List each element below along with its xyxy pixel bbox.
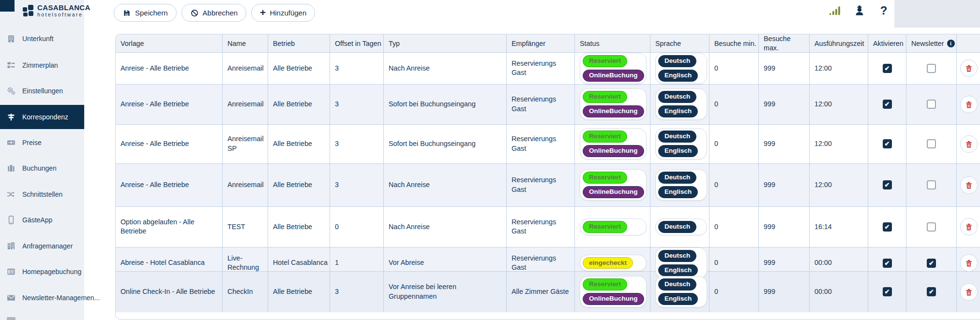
receptionist-account-icon[interactable] — [853, 4, 866, 17]
newsletter-checkbox[interactable] — [927, 180, 936, 189]
aktivieren-checkbox[interactable]: ✔ — [883, 222, 892, 232]
table-header-row: VorlageNameBetriebOffset in TagenTypEmpf… — [116, 34, 980, 52]
sprache: DeutschEnglisch — [650, 272, 709, 312]
chip-reserviert: Reserviert — [583, 278, 627, 291]
newsletter-checkbox[interactable] — [927, 100, 936, 109]
empfaenger: Reservierungs Gast — [507, 85, 575, 124]
sidebar-item-anfragemanager[interactable]: Anfragemanager — [0, 234, 84, 258]
delete-row-button[interactable] — [960, 218, 978, 235]
typ-value: Sofort bei Buchungseingang — [389, 139, 476, 148]
delete-row-button[interactable] — [960, 59, 978, 77]
aktivieren-checkbox[interactable]: ✔ — [883, 139, 892, 148]
sprache-select[interactable]: Deutsch — [655, 218, 707, 235]
chip-englisch: Englisch — [658, 145, 698, 157]
newsletter-checkbox[interactable] — [927, 139, 936, 148]
betrieb-value: Alle Betriebe — [273, 139, 312, 148]
sidebar-item-korrespondenz[interactable]: Korrespondenz — [0, 105, 84, 129]
besuche-max: 999 — [759, 207, 810, 247]
offset-in-tagen: 3 — [330, 272, 384, 312]
status-select[interactable]: Reserviert — [580, 218, 647, 235]
besuche-min-value: 0 — [714, 139, 718, 148]
sidebar-item-g-steapp[interactable]: GästeApp — [0, 208, 84, 232]
status-select[interactable]: ReserviertOnlineBuchung — [580, 128, 647, 160]
empfaenger-value: Alle Zimmer Gäste — [512, 287, 569, 296]
chip-englisch: Englisch — [658, 186, 698, 198]
sprache-select[interactable]: DeutschEnglisch — [655, 88, 707, 120]
aktivieren-cell: ✔ — [868, 125, 906, 163]
sidebar-item-zimmerplan[interactable]: Zimmerplan — [0, 53, 84, 77]
save-button-label: Speichern — [135, 9, 168, 17]
newsletter-info-icon[interactable]: i — [947, 40, 955, 47]
sidebar-item-einstellungen[interactable]: Einstellungen — [0, 79, 84, 103]
vorlage: Option abgelaufen - Alle Betriebe — [116, 207, 223, 247]
sprache-select[interactable]: DeutschEnglisch — [655, 128, 707, 160]
sidebar-item-newsletter-managemen[interactable]: Newsletter-Managemen... — [0, 286, 84, 310]
help-icon[interactable]: ? — [877, 4, 890, 17]
status-select[interactable]: eingecheckt — [580, 255, 647, 272]
sprache-select[interactable]: DeutschEnglisch — [655, 169, 707, 201]
aktivieren-checkbox[interactable]: ✔ — [883, 259, 892, 268]
vorlage: Anreise - Alle Betriebe — [116, 85, 223, 124]
column-header-besuche-max: Besuche max. — [759, 34, 810, 53]
corner-menu-accent[interactable] — [0, 0, 15, 12]
name-value: TEST — [227, 222, 245, 232]
sidebar-item-unterkunft[interactable]: Unterkunft — [0, 27, 84, 51]
sidebar-item-label: Zimmerplan — [22, 61, 58, 69]
status-select[interactable]: ReserviertOnlineBuchung — [580, 88, 647, 120]
betrieb-value: Alle Betriebe — [273, 287, 312, 296]
aktivieren-cell: ✔ — [868, 164, 906, 206]
add-button[interactable]: + Hinzufügen — [251, 4, 315, 22]
status-select[interactable]: ReserviertOnlineBuchung — [580, 276, 647, 307]
column-header-label: Status — [580, 39, 600, 48]
cancel-button[interactable]: Abbrechen — [181, 4, 247, 22]
delete-row-button[interactable] — [960, 135, 978, 153]
offset-in-tagen-value: 0 — [335, 222, 339, 232]
newsletter-checkbox[interactable] — [927, 222, 936, 232]
delete-row-button[interactable] — [960, 96, 978, 113]
column-header-label: Empfänger — [512, 39, 545, 48]
vorlage: Anreise - Alle Betriebe — [116, 125, 223, 163]
newsletter-checkbox[interactable]: ✔ — [927, 259, 936, 268]
gears-icon — [6, 86, 16, 96]
statistics-bar-chart-icon[interactable] — [829, 4, 842, 17]
empfaenger: Alle Zimmer Gäste — [507, 272, 575, 312]
aktivieren-checkbox[interactable]: ✔ — [883, 180, 892, 189]
status-select[interactable]: ReserviertOnlineBuchung — [580, 53, 647, 84]
smartphone-icon — [6, 215, 16, 225]
aktivieren-checkbox[interactable]: ✔ — [883, 100, 892, 109]
status: ReserviertOnlineBuchung — [575, 164, 650, 206]
trash-icon — [964, 63, 974, 73]
typ: Vor Anreise bei leeren Gruppennamen — [384, 272, 507, 312]
status: ReserviertOnlineBuchung — [575, 53, 650, 84]
empfaenger: Reservierungs Gast — [507, 53, 575, 84]
offset-in-tagen: 3 — [330, 85, 384, 124]
sidebar-item-preise[interactable]: Preise — [0, 131, 84, 155]
newsletter-checkbox[interactable]: ✔ — [927, 287, 936, 296]
besuche-min: 0 — [709, 85, 759, 124]
status-select[interactable]: ReserviertOnlineBuchung — [580, 169, 647, 201]
delete-row-button[interactable] — [960, 176, 978, 194]
sprache-select[interactable]: DeutschEnglisch — [655, 53, 707, 84]
sidebar-item-buchungen[interactable]: Buchungen — [0, 156, 84, 180]
aktivieren-checkbox[interactable]: ✔ — [883, 287, 892, 296]
status: ReserviertOnlineBuchung — [575, 85, 650, 124]
delete-row-button[interactable] — [960, 254, 978, 272]
besuche-min: 0 — [709, 164, 759, 206]
vorlage: Online Check-In - Alle Betriebe — [116, 272, 223, 312]
column-header-ausf-hrungszeit: Ausführungszeit — [810, 34, 868, 53]
save-button[interactable]: Speichern — [114, 4, 177, 22]
newsletter-checkbox[interactable] — [927, 64, 936, 73]
vorlage: Anreise - Alle Betriebe — [116, 164, 223, 206]
betrieb-value: Alle Betriebe — [273, 64, 312, 73]
sidebar-item-schnittstellen[interactable]: Schnittstellen — [0, 182, 84, 206]
trash-icon — [964, 100, 974, 109]
empfaenger: Reservierungs Gast — [507, 207, 575, 247]
aktivieren-checkbox[interactable]: ✔ — [883, 64, 892, 73]
delete-row-button[interactable] — [960, 283, 978, 301]
sprache-select[interactable]: DeutschEnglisch — [655, 276, 707, 307]
sidebar-item-homepagebuchung[interactable]: Homepagebuchung — [0, 260, 84, 284]
chip-deutsch: Deutsch — [658, 278, 696, 291]
empfaenger-value: Reservierungs Gast — [512, 175, 573, 194]
table-row: Online Check-In - Alle BetriebeCheckInAl… — [116, 271, 980, 312]
empfaenger: Reservierungs Gast — [507, 164, 575, 206]
